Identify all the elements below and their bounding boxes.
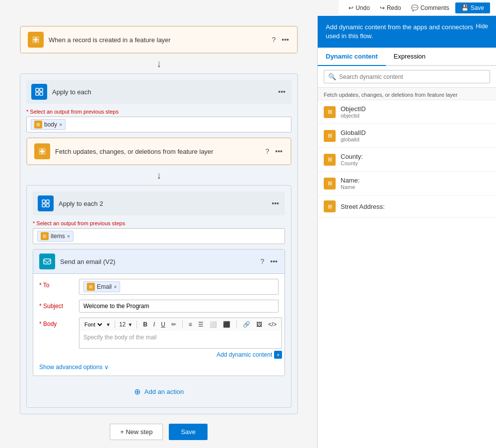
panel-hide-button[interactable]: Hide: [476, 23, 488, 30]
apply-each-1-output: * Select an output from previous steps ⊞…: [26, 109, 291, 132]
svg-rect-9: [46, 204, 49, 207]
send-email-help-button[interactable]: ?: [259, 256, 265, 266]
fetch-icon: [34, 143, 50, 159]
tag-close-body[interactable]: ×: [59, 122, 62, 128]
fetch-block: Fetch updates, changes, or deletions fro…: [26, 137, 291, 165]
dynamic-item-globalid-sub: globalid: [341, 136, 366, 142]
panel-header-text: Add dynamic content from the apps and co…: [326, 23, 476, 41]
show-advanced-button[interactable]: Show advanced options ∨: [39, 364, 109, 371]
body-input[interactable]: Specify the body of the mail: [79, 331, 282, 349]
apply-each-1-actions: •••: [277, 87, 286, 97]
step1-help-button[interactable]: ?: [271, 35, 277, 45]
step1-header: When a record is created in a feature la…: [20, 26, 297, 53]
right-panel: Add dynamic content from the apps and co…: [317, 16, 496, 448]
tag-close-items[interactable]: ×: [67, 233, 70, 239]
to-tag-icon: ⊞: [87, 283, 95, 291]
search-dynamic-input[interactable]: [339, 73, 486, 80]
subject-label: * Subject: [39, 300, 74, 310]
tab-expression[interactable]: Expression: [386, 48, 433, 66]
body-row: * Body Font ▼ 12 ▼: [39, 318, 279, 359]
save-bottom-button[interactable]: Save: [169, 424, 208, 440]
svg-rect-3: [36, 92, 39, 95]
panel-header: Add dynamic content from the apps and co…: [318, 16, 496, 48]
add-action-1-label: Add an action: [144, 388, 184, 395]
body-label: * Body: [39, 318, 74, 327]
add-action-1-icon: ⊕: [134, 387, 141, 396]
image-button[interactable]: 🖼: [254, 320, 264, 329]
subject-field: [79, 300, 279, 313]
subject-input[interactable]: [79, 300, 279, 313]
bullet-list-button[interactable]: ≡: [187, 320, 194, 329]
redo-icon: ↪: [380, 4, 385, 11]
apply-each-1-tag-input[interactable]: ⊞ body ×: [26, 117, 291, 132]
apply-each-1-container: Apply to each ••• * Select an output fro…: [20, 73, 298, 414]
tag-icon-body: ⊞: [34, 121, 42, 128]
to-tag-close[interactable]: ×: [114, 284, 117, 290]
dynamic-item-street-name: Street Address:: [341, 203, 385, 210]
ordered-list-button[interactable]: ☰: [196, 320, 206, 329]
new-step-button[interactable]: + New step: [110, 424, 163, 440]
dynamic-item-street[interactable]: ⊞ Street Address:: [318, 195, 496, 218]
apply-each-2-container: Apply to each 2 ••• * Select an output f…: [26, 185, 291, 408]
send-email-more-button[interactable]: •••: [269, 256, 279, 266]
underline-button[interactable]: U: [159, 320, 167, 329]
subject-row: * Subject: [39, 300, 279, 313]
add-dynamic-label: Add dynamic content: [216, 351, 272, 358]
apply-each-1-more-button[interactable]: •••: [277, 87, 286, 97]
dynamic-item-objectid-sub: objectid: [341, 113, 366, 119]
dynamic-item-county-name: County:: [341, 153, 363, 160]
step1-more-button[interactable]: •••: [281, 35, 290, 45]
fetch-more-button[interactable]: •••: [274, 146, 283, 156]
comments-button[interactable]: 💬 Comments: [407, 2, 453, 13]
fetch-title: Fetch updates, changes, or deletions fro…: [55, 148, 259, 155]
undo-icon: ↩: [349, 4, 354, 11]
add-action-1-button[interactable]: ⊕ Add an action: [33, 382, 285, 401]
indent-button[interactable]: ⬛: [221, 320, 232, 329]
add-dynamic-row: Add dynamic content +: [79, 351, 282, 359]
tag-label-items: items: [51, 233, 65, 240]
dynamic-item-globalid-name: GlobalID: [341, 129, 366, 136]
fetch-actions: ? •••: [264, 146, 283, 156]
italic-button[interactable]: I: [151, 320, 157, 329]
dynamic-item-county[interactable]: ⊞ County: County: [318, 148, 496, 172]
show-advanced-label: Show advanced options: [39, 364, 102, 371]
undo-button[interactable]: ↩ Undo: [345, 2, 374, 13]
apply-each-1-header: Apply to each •••: [26, 80, 291, 104]
dynamic-item-county-icon: ⊞: [324, 154, 336, 166]
dynamic-item-globalid-text: GlobalID globalid: [341, 129, 366, 142]
body-toolbar: Font ▼ 12 ▼ B I U ✏: [79, 318, 282, 331]
fetch-help-button[interactable]: ?: [264, 146, 270, 156]
apply-each-1-output-label: * Select an output from previous steps: [26, 109, 291, 115]
dynamic-item-globalid-icon: ⊞: [324, 130, 336, 142]
apply-each-2-tag-input[interactable]: ⊞ items ×: [33, 228, 285, 244]
dynamic-item-objectid[interactable]: ⊞ ObjectID objectid: [318, 100, 496, 124]
dynamic-item-name-icon: ⊞: [324, 178, 336, 190]
send-email-title: Send an email (V2): [60, 258, 254, 265]
font-size-label: 12: [119, 321, 126, 328]
chevron-down-icon: ▼: [106, 322, 111, 327]
separator-4: [236, 320, 237, 328]
bold-button[interactable]: B: [141, 320, 149, 329]
link-button[interactable]: 🔗: [241, 320, 252, 329]
tab-dynamic-content[interactable]: Dynamic content: [318, 48, 386, 66]
email-form: * To ⊞ Email ×: [33, 274, 284, 376]
svg-rect-10: [44, 259, 51, 264]
add-dynamic-content-button[interactable]: Add dynamic content +: [216, 351, 282, 359]
dynamic-item-name[interactable]: ⊞ Name: Name: [318, 172, 496, 195]
save-button[interactable]: 💾 Save: [455, 2, 490, 13]
apply-each-1-title: Apply to each: [52, 88, 272, 96]
font-select[interactable]: Font: [82, 321, 104, 328]
code-button[interactable]: </>: [266, 320, 279, 329]
redo-button[interactable]: ↪ Redo: [376, 2, 405, 13]
align-left-button[interactable]: ⬜: [208, 320, 219, 329]
tag-icon-items: ⊞: [41, 232, 49, 240]
panel-tabs: Dynamic content Expression: [318, 48, 496, 66]
highlight-button[interactable]: ✏: [169, 320, 178, 329]
apply-each-2-more-button[interactable]: •••: [271, 198, 280, 208]
apply-each-2-header: Apply to each 2 •••: [33, 192, 285, 215]
to-tag-input[interactable]: ⊞ Email ×: [79, 279, 279, 295]
dynamic-item-globalid[interactable]: ⊞ GlobalID globalid: [318, 124, 496, 148]
add-action-1-section: ⊕ Add an action: [33, 382, 285, 401]
separator-3: [182, 320, 183, 328]
fetch-header: Fetch updates, changes, or deletions fro…: [27, 138, 291, 165]
